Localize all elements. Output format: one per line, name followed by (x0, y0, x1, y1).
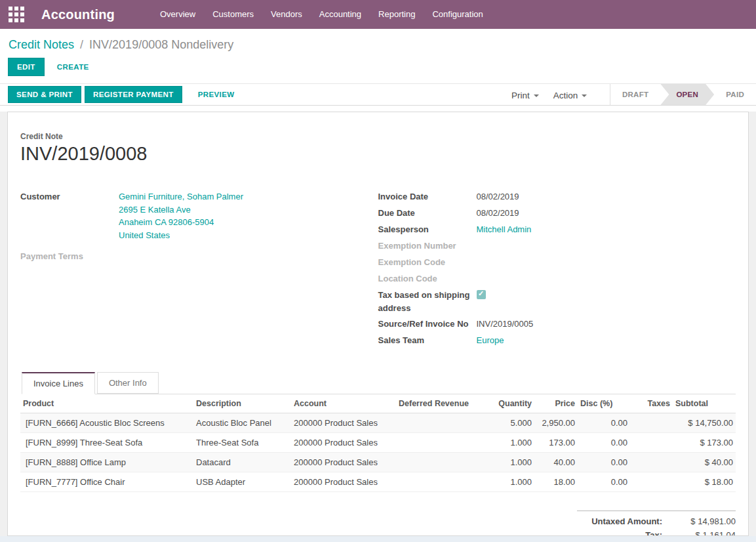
control-panel: Credit Notes / INV/2019/0008 Nondelivery… (0, 29, 756, 83)
cell-quantity: 1.000 (471, 472, 534, 491)
status-pill-draft[interactable]: DRAFT (610, 84, 660, 105)
tab-invoice-lines[interactable]: Invoice Lines (22, 372, 95, 394)
status-pill-open[interactable]: OPEN (660, 84, 714, 105)
invoice-lines-table: [FURN_6666] Acoustic Bloc Screens Acoust… (20, 413, 736, 492)
cell-discount: 0.00 (578, 472, 630, 491)
due-date-value: 08/02/2019 (477, 207, 519, 220)
cell-deferred-revenue (394, 413, 471, 432)
cell-price: 2,950.00 (534, 413, 578, 432)
fields-right-column: Invoice Date 08/02/2019 Due Date 08/02/2… (378, 190, 736, 350)
apps-grid-icon[interactable] (9, 7, 24, 22)
cell-product: [FURN_7777] Office Chair (20, 472, 193, 491)
customer-address-line[interactable]: Anaheim CA 92806-5904 (119, 216, 243, 229)
customer-address-line[interactable]: United States (119, 229, 243, 242)
customer-address-line[interactable]: 2695 E Katella Ave (119, 203, 243, 217)
form-statusbar: SEND & PRINT REGISTER PAYMENT PREVIEW DR… (0, 83, 756, 106)
salesperson-label: Salesperson (378, 223, 477, 236)
tab-other-info[interactable]: Other Info (97, 372, 159, 394)
cell-deferred-revenue (394, 472, 471, 491)
cell-account: 200000 Product Sales (291, 472, 394, 491)
cell-price: 40.00 (534, 453, 578, 472)
cell-account: 200000 Product Sales (291, 433, 394, 452)
sales-team-value[interactable]: Europe (477, 334, 504, 347)
cell-discount: 0.00 (578, 453, 630, 472)
cell-discount: 0.00 (578, 413, 630, 432)
nav-menu-item[interactable]: Reporting (370, 0, 424, 29)
cell-taxes (630, 472, 673, 491)
untaxed-amount-label: Untaxed Amount: (591, 516, 662, 526)
create-button[interactable]: CREATE (48, 58, 98, 76)
invoice-date-value: 08/02/2019 (477, 190, 519, 203)
fields-left-column: Customer Gemini Furniture, Soham Palmer2… (20, 190, 378, 350)
preview-button[interactable]: PREVIEW (189, 85, 244, 104)
breadcrumb-parent[interactable]: Credit Notes (9, 38, 74, 51)
column-header: Account (291, 394, 394, 413)
exemption-code-label: Exemption Code (378, 256, 477, 269)
cell-description: Three-Seat Sofa (193, 433, 291, 452)
nav-menu-item[interactable]: Vendors (262, 0, 311, 29)
send-print-button[interactable]: SEND & PRINT (8, 86, 81, 103)
tax-value: $ 1,161.04 (662, 530, 736, 536)
cell-subtotal: $ 18.00 (673, 472, 736, 491)
tax-shipping-label: Tax based on shipping address (378, 289, 477, 314)
cell-deferred-revenue (394, 453, 471, 472)
nav-menu-item[interactable]: Customers (204, 0, 262, 29)
cell-price: 18.00 (534, 472, 578, 491)
cell-quantity: 1.000 (471, 433, 534, 452)
table-row[interactable]: [FURN_8888] Office Lamp Datacard 200000 … (20, 453, 736, 472)
cell-subtotal: $ 173.00 (673, 433, 736, 452)
register-payment-button[interactable]: REGISTER PAYMENT (85, 86, 182, 103)
notebook-tabs: Invoice Lines Other Info (22, 372, 736, 394)
exemption-number-label: Exemption Number (378, 240, 477, 253)
breadcrumb-current: INV/2019/0008 Nondelivery (89, 38, 233, 51)
column-header: Description (193, 394, 291, 413)
table-row[interactable]: [FURN_7777] Office Chair USB Adapter 200… (20, 472, 736, 492)
caret-down-icon (534, 94, 539, 97)
cell-price: 173.00 (534, 433, 578, 452)
breadcrumb: Credit Notes / INV/2019/0008 Nondelivery (0, 29, 756, 58)
column-header: Taxes (630, 394, 673, 413)
cell-description: USB Adapter (193, 472, 291, 491)
customer-label: Customer (20, 190, 119, 241)
edit-button[interactable]: EDIT (8, 58, 45, 76)
cell-taxes (630, 413, 673, 432)
bottom-strip (0, 536, 756, 542)
action-dropdown[interactable]: Action (553, 91, 587, 100)
nav-menu-item[interactable]: Overview (151, 0, 204, 29)
column-header: Product (20, 394, 193, 413)
nav-menu-item[interactable]: Accounting (311, 0, 370, 29)
cell-account: 200000 Product Sales (291, 453, 394, 472)
top-navbar: Accounting OverviewCustomersVendorsAccou… (0, 0, 756, 29)
cell-description: Datacard (193, 453, 291, 472)
cell-product: [FURN_6666] Acoustic Bloc Screens (20, 413, 193, 432)
invoice-date-label: Invoice Date (378, 190, 477, 203)
action-dropdown-label: Action (553, 91, 578, 100)
form-view: Credit Note INV/2019/0008 Customer Gemin… (0, 112, 756, 542)
due-date-label: Due Date (378, 207, 477, 220)
customer-address-line[interactable]: Gemini Furniture, Soham Palmer (119, 190, 243, 203)
breadcrumb-separator: / (77, 38, 86, 51)
source-ref-value: INV/2019/0005 (477, 318, 534, 331)
status-pill-paid[interactable]: PAID (714, 84, 756, 105)
caret-down-icon (582, 94, 587, 97)
print-dropdown[interactable]: Print (511, 91, 539, 100)
column-header: Price (534, 394, 578, 413)
cell-product: [FURN_8999] Three-Seat Sofa (20, 433, 193, 452)
cell-quantity: 1.000 (471, 453, 534, 472)
nav-menu-item[interactable]: Configuration (424, 0, 491, 29)
cell-quantity: 5.000 (471, 413, 534, 432)
table-row[interactable]: [FURN_8999] Three-Seat Sofa Three-Seat S… (20, 433, 736, 453)
cell-deferred-revenue (394, 433, 471, 452)
untaxed-amount-value: $ 14,981.00 (662, 516, 736, 526)
document-type-label: Credit Note (20, 132, 736, 141)
cell-account: 200000 Product Sales (291, 413, 394, 432)
column-header: Subtotal (673, 394, 736, 413)
tax-shipping-checkbox[interactable] (477, 290, 486, 299)
salesperson-value[interactable]: Mitchell Admin (477, 223, 532, 236)
totals-block: Untaxed Amount: $ 14,981.00 Tax: $ 1,161… (577, 511, 736, 536)
document-number: INV/2019/0008 (20, 143, 736, 165)
app-name[interactable]: Accounting (41, 7, 115, 22)
cell-taxes (630, 453, 673, 472)
tax-label: Tax: (645, 530, 662, 536)
table-row[interactable]: [FURN_6666] Acoustic Bloc Screens Acoust… (20, 413, 736, 433)
